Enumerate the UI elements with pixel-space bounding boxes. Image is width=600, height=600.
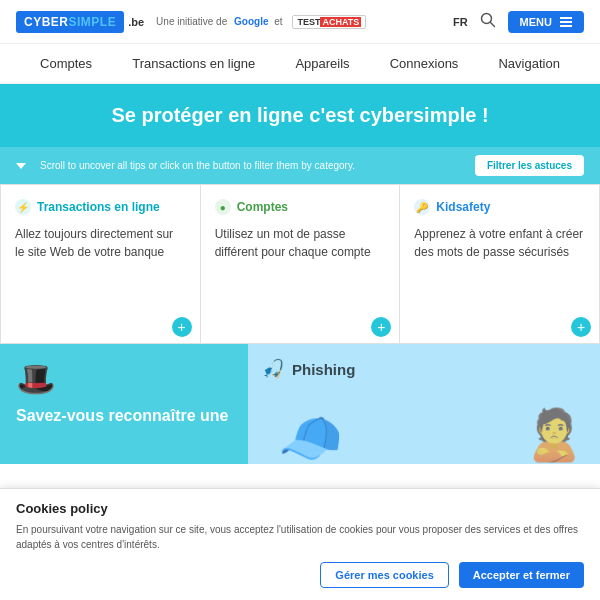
main-nav: Comptes Transactions en ligne Appareils …	[0, 44, 600, 84]
manage-cookies-button[interactable]: Gérer mes cookies	[320, 562, 448, 588]
phishing-text: Phishing	[292, 361, 355, 378]
bottom-title: Savez-vous reconnaître une	[16, 406, 229, 427]
header-right: FR MENU	[453, 11, 584, 33]
search-icon[interactable]	[480, 12, 496, 32]
nav-navigation[interactable]: Navigation	[498, 56, 559, 71]
kidsafety-icon: 🔑	[414, 199, 430, 215]
logo-be: .be	[128, 16, 144, 28]
initiative-text: Une initiative de Google et TESTACHATS	[156, 16, 366, 27]
bottom-hat-icon: 🎩	[16, 360, 56, 398]
nav-connexions[interactable]: Connexions	[390, 56, 459, 71]
nav-comptes[interactable]: Comptes	[40, 56, 92, 71]
menu-button[interactable]: MENU	[508, 11, 584, 33]
bottom-section: 🎩 Savez-vous reconnaître une 🎣 Phishing …	[0, 344, 600, 464]
card-text-transactions: Allez toujours directement sur le site W…	[15, 225, 186, 261]
figure-person-decoration: 🙎	[523, 406, 585, 464]
google-link[interactable]: Google	[234, 16, 268, 27]
cookie-banner: Cookies policy En poursuivant votre navi…	[0, 488, 600, 600]
bottom-right: 🎣 Phishing 🧢 🙎	[248, 344, 600, 464]
filter-button[interactable]: Filtrer les astuces	[475, 155, 584, 176]
scroll-hint-text: Scroll to uncover all tips or click on t…	[40, 160, 355, 171]
hero-text: Se protéger en ligne c'est cybersimple !	[111, 104, 488, 126]
phishing-icon: 🎣	[262, 358, 284, 380]
comptes-icon: ●	[215, 199, 231, 215]
card-kidsafety: 🔑 Kidsafety Apprenez à votre enfant à cr…	[400, 184, 600, 344]
bottom-left: 🎩 Savez-vous reconnaître une	[0, 344, 248, 464]
cookie-buttons: Gérer mes cookies Accepter et fermer	[16, 562, 584, 588]
accept-cookies-button[interactable]: Accepter et fermer	[459, 562, 584, 588]
card-plus-kidsafety[interactable]: +	[571, 317, 591, 337]
svg-line-1	[490, 22, 494, 26]
card-comptes: ● Comptes Utilisez un mot de passe diffé…	[201, 184, 401, 344]
card-category-transactions: ⚡ Transactions en ligne	[15, 199, 186, 215]
nav-transactions[interactable]: Transactions en ligne	[132, 56, 255, 71]
phishing-label: 🎣 Phishing	[262, 358, 355, 380]
hero-banner: Se protéger en ligne c'est cybersimple !	[0, 84, 600, 147]
scroll-hint-left: Scroll to uncover all tips or click on t…	[16, 160, 355, 171]
card-text-kidsafety: Apprenez à votre enfant à créer des mots…	[414, 225, 585, 261]
chevron-down-icon	[16, 163, 26, 169]
figure-hat-decoration: 🧢	[278, 408, 343, 464]
card-text-comptes: Utilisez un mot de passe différent pour …	[215, 225, 386, 261]
header: CYBERSIMPLE .be Une initiative de Google…	[0, 0, 600, 44]
test-achats-badge: TESTACHATS	[292, 15, 366, 29]
card-plus-transactions[interactable]: +	[172, 317, 192, 337]
nav-appareils[interactable]: Appareils	[295, 56, 349, 71]
card-plus-comptes[interactable]: +	[371, 317, 391, 337]
card-transactions: ⚡ Transactions en ligne Allez toujours d…	[0, 184, 201, 344]
logo-area: CYBERSIMPLE .be	[16, 11, 144, 33]
logo[interactable]: CYBERSIMPLE	[16, 11, 124, 33]
cookie-text: En poursuivant votre navigation sur ce s…	[16, 522, 584, 552]
card-category-comptes: ● Comptes	[215, 199, 386, 215]
hamburger-icon	[560, 17, 572, 27]
language-selector[interactable]: FR	[453, 16, 468, 28]
transactions-icon: ⚡	[15, 199, 31, 215]
scroll-hint-bar: Scroll to uncover all tips or click on t…	[0, 147, 600, 184]
card-category-kidsafety: 🔑 Kidsafety	[414, 199, 585, 215]
cookie-title: Cookies policy	[16, 501, 584, 516]
cards-row: ⚡ Transactions en ligne Allez toujours d…	[0, 184, 600, 344]
